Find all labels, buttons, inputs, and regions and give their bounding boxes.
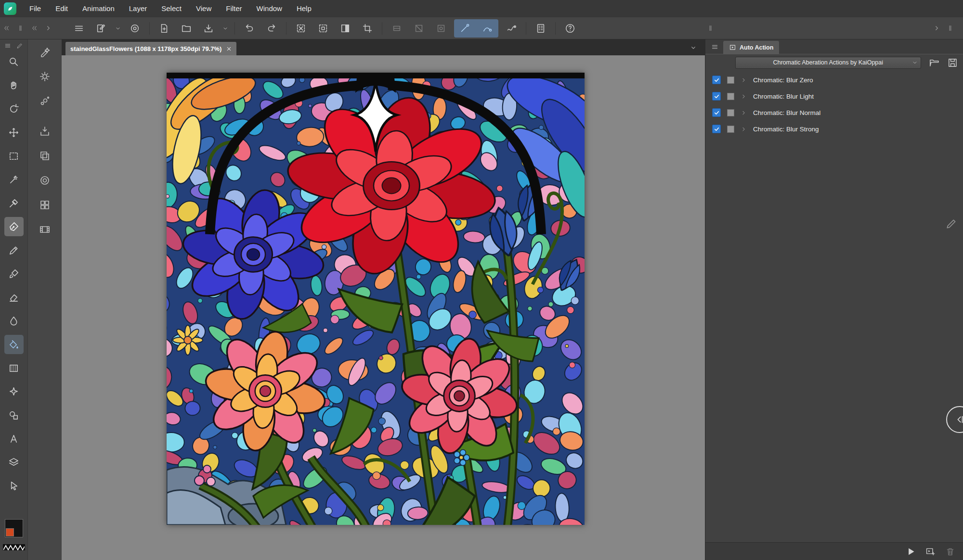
- move-layer-tool[interactable]: [4, 123, 24, 142]
- play-action-icon[interactable]: [906, 547, 916, 557]
- figure-tool[interactable]: [4, 406, 24, 425]
- menu-edit[interactable]: Edit: [48, 0, 75, 17]
- open-file-button[interactable]: [177, 19, 195, 38]
- eyedropper-tool[interactable]: [4, 193, 24, 213]
- expand-panel-icon[interactable]: [45, 25, 52, 32]
- action-set-dropdown[interactable]: Chromatic Aberation Actions by KaiOppai: [735, 57, 921, 69]
- open-action-set-icon[interactable]: [929, 57, 940, 68]
- menu-view[interactable]: View: [189, 0, 219, 17]
- menu-file[interactable]: File: [22, 0, 48, 17]
- action-output-toggle[interactable]: [727, 109, 734, 116]
- action-checkbox[interactable]: [712, 108, 721, 117]
- sub-color-swatch[interactable]: [6, 528, 14, 536]
- zoom-tool[interactable]: [4, 52, 24, 71]
- menu-help[interactable]: Help: [289, 0, 319, 17]
- transparent-color-strip[interactable]: [3, 544, 25, 550]
- auto-select-tool[interactable]: [4, 170, 24, 189]
- action-checkbox[interactable]: [712, 76, 721, 84]
- panel-menu-icon[interactable]: [711, 43, 718, 51]
- folder-icon: [181, 23, 192, 34]
- blend-tool[interactable]: [4, 311, 24, 331]
- menu-select[interactable]: Select: [154, 0, 189, 17]
- new-canvas-options-button[interactable]: [113, 19, 123, 38]
- rotate-canvas-tool[interactable]: [4, 99, 24, 118]
- layer-tool[interactable]: [4, 453, 24, 472]
- color-wheel-panel-button[interactable]: [34, 170, 55, 191]
- save-action-set-icon[interactable]: [947, 57, 958, 68]
- redo-button[interactable]: [262, 19, 281, 38]
- snap-grid-button[interactable]: [432, 19, 450, 38]
- action-output-toggle[interactable]: [727, 93, 734, 100]
- edit-action-button[interactable]: [945, 217, 958, 230]
- collapse-left-dock-icon[interactable]: [3, 25, 10, 32]
- auto-action-row[interactable]: Chromatic: Blur Strong: [705, 121, 963, 137]
- main-menu-button[interactable]: [70, 19, 88, 38]
- undo-button[interactable]: [240, 19, 259, 38]
- line-snap-button[interactable]: [456, 19, 474, 38]
- menu-animation[interactable]: Animation: [75, 0, 122, 17]
- operation-tool[interactable]: [4, 476, 24, 496]
- snap-ruler-button[interactable]: [388, 19, 406, 38]
- menu-layer[interactable]: Layer: [122, 0, 155, 17]
- timeline-panel-button[interactable]: [34, 219, 55, 240]
- expand-action-icon[interactable]: [741, 77, 747, 83]
- collapse-panel-icon[interactable]: [31, 25, 38, 32]
- decoration-tool[interactable]: [4, 382, 24, 401]
- expand-action-icon[interactable]: [741, 93, 747, 100]
- action-output-toggle[interactable]: [727, 76, 734, 84]
- save-button[interactable]: [199, 19, 218, 38]
- sub-tool-panel-button[interactable]: [34, 41, 55, 63]
- right-dock-grip-2[interactable]: [947, 25, 954, 32]
- save-options-button[interactable]: [220, 19, 231, 38]
- snap-special-ruler-button[interactable]: [410, 19, 428, 38]
- tool-property-panel-button[interactable]: [34, 66, 55, 87]
- selection-tool[interactable]: [4, 146, 24, 165]
- auto-action-row[interactable]: Chromatic: Blur Normal: [705, 104, 963, 121]
- sync-works-button[interactable]: [126, 19, 144, 38]
- menu-filter[interactable]: Filter: [219, 0, 249, 17]
- collapse-dock-button[interactable]: [946, 406, 963, 433]
- canvas[interactable]: [167, 73, 585, 525]
- delete-action-icon[interactable]: [945, 547, 955, 557]
- tab-auto-action[interactable]: Auto Action: [723, 41, 779, 54]
- action-output-toggle[interactable]: [727, 126, 734, 133]
- help-button[interactable]: [561, 19, 579, 38]
- freehand-snap-button[interactable]: [502, 19, 521, 38]
- eraser-tool[interactable]: [4, 288, 24, 307]
- action-checkbox[interactable]: [712, 125, 721, 133]
- brush-tool[interactable]: [4, 264, 24, 283]
- close-tab-icon[interactable]: [226, 46, 232, 51]
- hand-tool[interactable]: [4, 76, 24, 95]
- layer-panel-button[interactable]: [34, 145, 55, 166]
- expand-action-icon[interactable]: [741, 110, 747, 116]
- dock-grip-icon[interactable]: [17, 25, 24, 32]
- shortcut-pad-button[interactable]: [532, 19, 550, 38]
- pen-tool[interactable]: [4, 217, 24, 236]
- crop-button[interactable]: [358, 19, 377, 38]
- reselect-button[interactable]: [314, 19, 332, 38]
- gradient-tool[interactable]: [4, 358, 24, 378]
- auto-action-row[interactable]: Chromatic: Blur Light: [705, 88, 963, 104]
- right-dock-expand[interactable]: [933, 25, 940, 32]
- new-canvas-button[interactable]: [92, 19, 110, 38]
- tab-list-button[interactable]: [690, 44, 697, 51]
- new-file-button[interactable]: [155, 19, 173, 38]
- action-checkbox[interactable]: [712, 92, 721, 101]
- right-dock-grip[interactable]: [707, 25, 714, 32]
- add-auto-action-icon[interactable]: [925, 547, 936, 557]
- fill-tool[interactable]: [4, 335, 24, 354]
- deselect-button[interactable]: [292, 19, 310, 38]
- tool-menu-icon[interactable]: [4, 42, 11, 49]
- menu-window[interactable]: Window: [249, 0, 289, 17]
- invert-selection-button[interactable]: [336, 19, 354, 38]
- text-tool[interactable]: [4, 429, 24, 448]
- expand-action-icon[interactable]: [741, 126, 747, 132]
- edit-palette-icon[interactable]: [16, 42, 23, 49]
- color-set-panel-button[interactable]: [34, 194, 55, 216]
- auto-action-row[interactable]: Chromatic: Blur Zero: [705, 72, 963, 88]
- brush-size-panel-button[interactable]: [34, 90, 55, 112]
- document-tab[interactable]: stainedGlassFlowers (1088 x 1178px 350dp…: [65, 42, 236, 55]
- material-download-button[interactable]: [34, 121, 55, 142]
- pencil-tool[interactable]: [4, 241, 24, 260]
- curve-snap-button[interactable]: [478, 19, 496, 38]
